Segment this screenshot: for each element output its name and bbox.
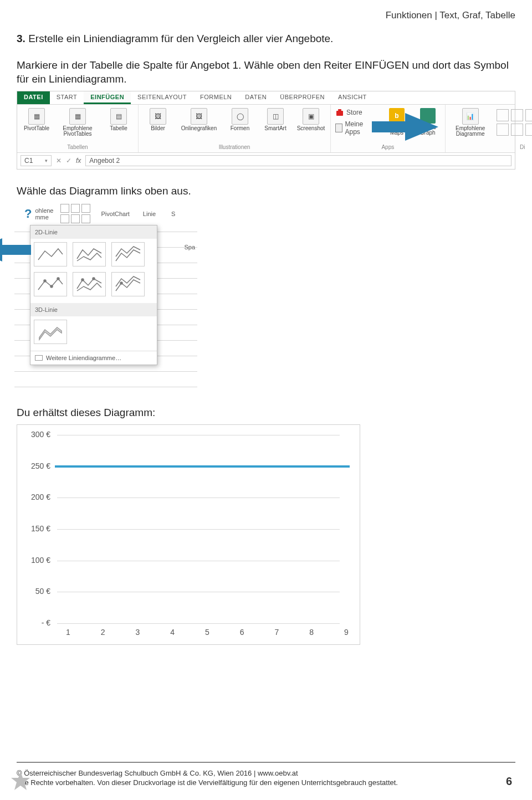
chart-gridline (57, 561, 340, 561)
tab-einfuegen[interactable]: EINFÜGEN (84, 91, 131, 104)
ribbon-chart-section-partial: ? ohlene mme PivotChart Linie S (24, 203, 197, 225)
sparklines-label-partial: Spa (184, 244, 195, 250)
x-tick-label: 6 (240, 628, 244, 642)
smartart-icon: ◫ (267, 108, 284, 125)
svg-rect-0 (336, 111, 343, 116)
y-tick-label: - € (22, 618, 50, 627)
pivottable-icon: ▦ (28, 108, 45, 125)
task-number: 3. (17, 33, 25, 44)
rights-line: Alle Rechte vorbehalten. Von dieser Druc… (17, 778, 398, 788)
recommended-pivottables-icon: ▦ (69, 108, 86, 125)
tab-datei[interactable]: DATEI (17, 91, 50, 104)
line-chart-3d-type-1[interactable] (34, 320, 67, 344)
line-chart-type-5[interactable] (73, 272, 106, 296)
line-chart-type-1[interactable] (34, 242, 67, 266)
svg-point-6 (81, 279, 84, 281)
recommended-charts-button[interactable]: 📊 Empfohlene Diagramme (450, 108, 491, 137)
svg-point-8 (120, 282, 122, 284)
y-tick-label: 100 € (22, 556, 50, 565)
ribbon-tabs: DATEI START EINFÜGEN SEITENLAYOUT FORMEL… (17, 91, 515, 105)
pivottable-button[interactable]: ▦ PivotTable (22, 108, 52, 132)
pictures-icon: 🖼 (150, 108, 166, 125)
line-chart-icon[interactable] (511, 109, 523, 121)
tab-formeln[interactable]: FORMELN (193, 91, 238, 104)
line-chart-type-6[interactable] (111, 272, 145, 296)
recommended-pivottables-button[interactable]: ▦ Empfohlene PivotTables (57, 108, 98, 137)
y-tick-label: 200 € (22, 493, 50, 501)
table-button[interactable]: ▤ Tabelle (104, 108, 134, 132)
result-chart: 300 €250 €200 €150 €100 €50 €- €12345678… (17, 424, 360, 645)
svg-rect-1 (338, 109, 341, 111)
caption-3: Du erhältst dieses Diagramm: (17, 407, 515, 419)
pictures-button[interactable]: 🖼 Bilder (143, 108, 173, 132)
y-tick-label: 150 € (22, 524, 50, 533)
svg-point-7 (93, 278, 95, 280)
myapps-icon (335, 124, 342, 132)
svg-marker-2 (372, 113, 438, 141)
fx-icon[interactable]: fx (76, 157, 81, 165)
line-chart-dropdown: 2D-Linie 3D-Linie Weitere Liniendiagramm… (30, 225, 157, 365)
x-tick-label: 1 (66, 628, 70, 642)
x-tick-label: 8 (309, 628, 314, 642)
chevron-down-icon: ▾ (45, 158, 48, 163)
tab-ueberpruefen[interactable]: ÜBERPRÜFEN (273, 91, 331, 104)
publisher-logo-icon (11, 771, 30, 790)
ribbon-group-tabellen: ▦ PivotTable ▦ Empfohlene PivotTables ▤ … (17, 105, 139, 152)
formula-input[interactable]: Angebot 2 (85, 155, 511, 166)
x-tick-label: 5 (205, 628, 209, 642)
task-line: 3. Erstelle ein Liniendiagramm für den V… (17, 32, 515, 46)
ribbon-group-diagramme: 📊 Empfohlene Diagramme ◩ PivotChart (446, 105, 532, 152)
help-icon: ? (24, 207, 32, 221)
task-text: Erstelle ein Liniendiagramm für den Verg… (28, 33, 333, 44)
pointer-arrow-icon (372, 110, 438, 143)
line-chart-dropdown-area: ? ohlene mme PivotChart Linie S Spa 2D-L… (14, 203, 197, 391)
bar-chart-icon[interactable] (497, 109, 509, 121)
scatter-chart-icon[interactable] (511, 124, 523, 136)
y-tick-label: 300 € (22, 430, 50, 439)
tab-ansicht[interactable]: ANSICHT (331, 91, 374, 104)
formula-bar: C1 ▾ ✕ ✓ fx Angebot 2 (17, 152, 515, 169)
line-chart-type-4[interactable] (34, 272, 67, 296)
svg-marker-10 (11, 771, 30, 790)
chart-gridline (57, 529, 340, 530)
other-chart-icon[interactable] (525, 124, 532, 136)
breadcrumb: Funktionen | Text, Graf, Tabelle (386, 10, 515, 21)
screenshot-button[interactable]: ▣ Screenshot (296, 108, 326, 132)
ribbon-group-illustrationen: 🖼 Bilder 🖼 Onlinegrafiken ◯ Formen ◫ Sma… (139, 105, 331, 152)
line-chart-type-3[interactable] (111, 242, 145, 266)
pie-chart-icon[interactable] (525, 109, 532, 121)
dropdown-section-3d: 3D-Linie (30, 303, 157, 316)
chart-gridline (57, 592, 340, 592)
tab-seitenlayout[interactable]: SEITENLAYOUT (131, 91, 193, 104)
tab-daten[interactable]: DATEN (238, 91, 273, 104)
smartart-button[interactable]: ◫ SmartArt (260, 108, 290, 132)
svg-point-4 (50, 285, 53, 288)
chart-data-line (55, 465, 350, 468)
store-icon (335, 108, 344, 117)
screenshot-icon: ▣ (303, 108, 319, 125)
x-tick-label: 2 (101, 628, 105, 642)
area-chart-icon[interactable] (497, 124, 509, 136)
x-tick-label: 7 (275, 628, 279, 642)
cancel-icon[interactable]: ✕ (56, 157, 62, 165)
online-pictures-button[interactable]: 🖼 Onlinegrafiken (178, 108, 219, 132)
table-icon: ▤ (110, 108, 127, 125)
line-chart-type-2[interactable] (73, 242, 106, 266)
svg-point-3 (44, 280, 46, 282)
x-tick-label: 3 (136, 628, 140, 642)
confirm-icon[interactable]: ✓ (66, 157, 71, 165)
paragraph-1: Markiere in der Tabelle die Spalte für A… (17, 58, 515, 86)
name-box[interactable]: C1 ▾ (21, 155, 52, 166)
y-tick-label: 50 € (22, 587, 50, 596)
page-number: 6 (506, 775, 515, 788)
x-tick-label: 4 (170, 628, 175, 642)
y-tick-label: 250 € (22, 461, 50, 470)
shapes-button[interactable]: ◯ Formen (225, 108, 255, 132)
tab-start[interactable]: START (50, 91, 84, 104)
svg-point-5 (57, 278, 59, 280)
more-line-charts-button[interactable]: Weitere Liniendiagramme… (30, 351, 157, 365)
dropdown-section-2d: 2D-Linie (30, 225, 157, 239)
chart-gridline (57, 435, 340, 435)
excel-ribbon: DATEI START EINFÜGEN SEITENLAYOUT FORMEL… (17, 91, 515, 170)
online-pictures-icon: 🖼 (191, 108, 207, 125)
